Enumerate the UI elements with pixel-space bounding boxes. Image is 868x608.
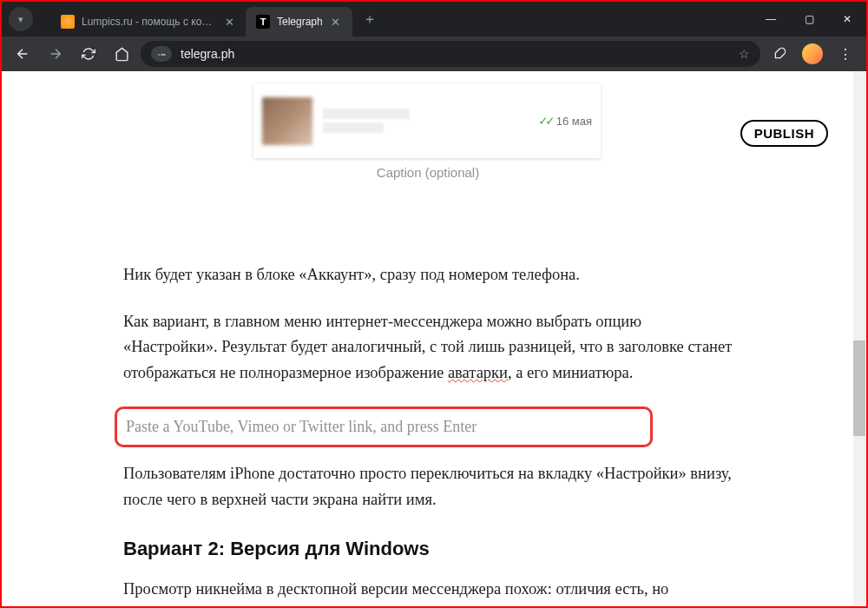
caption-placeholder[interactable]: Caption (optional) bbox=[2, 165, 854, 180]
spellcheck-word[interactable]: аватарки bbox=[448, 364, 508, 381]
new-tab-button[interactable]: ＋ bbox=[358, 7, 382, 31]
site-info-icon[interactable] bbox=[151, 46, 172, 62]
scrollbar-track[interactable] bbox=[853, 71, 865, 606]
favicon-lumpics bbox=[61, 15, 75, 29]
reload-button[interactable] bbox=[75, 40, 102, 68]
svg-point-0 bbox=[158, 54, 160, 56]
card-blurred-text bbox=[323, 105, 538, 136]
card-date: 16 мая bbox=[556, 115, 592, 128]
back-button[interactable] bbox=[9, 40, 36, 68]
heading[interactable]: Вариант 2: Версия для Windows bbox=[123, 533, 740, 564]
address-bar[interactable]: telegra.ph ☆ bbox=[141, 41, 760, 67]
minimize-button[interactable]: — bbox=[752, 2, 790, 36]
embed-input[interactable]: Paste a YouTube, Vimeo or Twitter link, … bbox=[126, 414, 641, 439]
browser-titlebar: ▾ Lumpics.ru - помощь с компью ✕ T Teleg… bbox=[2, 2, 866, 36]
svg-rect-1 bbox=[161, 54, 166, 56]
maximize-button[interactable]: ▢ bbox=[790, 2, 828, 36]
scrollbar-thumb[interactable] bbox=[853, 340, 865, 436]
url-text: telegra.ph bbox=[181, 47, 730, 61]
paragraph[interactable]: Ник будет указан в блоке «Аккаунт», сраз… bbox=[123, 262, 740, 288]
publish-button[interactable]: PUBLISH bbox=[740, 120, 828, 147]
article-content[interactable]: Ник будет указан в блоке «Аккаунт», сраз… bbox=[123, 262, 740, 606]
browser-toolbar: telegra.ph ☆ ⋮ bbox=[2, 36, 866, 71]
close-tab-icon[interactable]: ✕ bbox=[330, 16, 342, 28]
extensions-button[interactable] bbox=[766, 40, 793, 68]
read-checks-icon: ✓✓ bbox=[538, 114, 552, 128]
card-meta: ✓✓ 16 мая bbox=[538, 114, 592, 128]
tab-lumpics[interactable]: Lumpics.ru - помощь с компью ✕ bbox=[50, 7, 246, 36]
page-viewport: PUBLISH ✓✓ 16 мая Caption (optional) Ник… bbox=[2, 71, 866, 606]
paragraph[interactable]: Просмотр никнейма в десктопной версии ме… bbox=[123, 577, 740, 603]
embedded-message-card[interactable]: ✓✓ 16 мая bbox=[253, 83, 601, 158]
card-thumbnail bbox=[262, 97, 312, 145]
forward-button[interactable] bbox=[42, 40, 69, 68]
bookmark-icon[interactable]: ☆ bbox=[739, 47, 750, 61]
embed-input-highlight: Paste a YouTube, Vimeo or Twitter link, … bbox=[115, 406, 653, 447]
paragraph[interactable]: Пользователям iPhone достаточно просто п… bbox=[123, 461, 740, 512]
tab-title: Telegraph bbox=[277, 16, 323, 28]
tab-search-button[interactable]: ▾ bbox=[9, 7, 33, 31]
close-tab-icon[interactable]: ✕ bbox=[223, 16, 235, 28]
menu-button[interactable]: ⋮ bbox=[832, 40, 859, 68]
close-window-button[interactable]: ✕ bbox=[828, 2, 866, 36]
tab-telegraph[interactable]: T Telegraph ✕ bbox=[246, 7, 352, 36]
avatar-icon bbox=[802, 43, 823, 64]
paragraph[interactable]: Как вариант, в главном меню интернет-мес… bbox=[123, 309, 740, 387]
favicon-telegraph: T bbox=[256, 15, 270, 29]
profile-button[interactable] bbox=[799, 40, 826, 68]
home-button[interactable] bbox=[108, 40, 135, 68]
tab-title: Lumpics.ru - помощь с компью bbox=[82, 16, 216, 28]
